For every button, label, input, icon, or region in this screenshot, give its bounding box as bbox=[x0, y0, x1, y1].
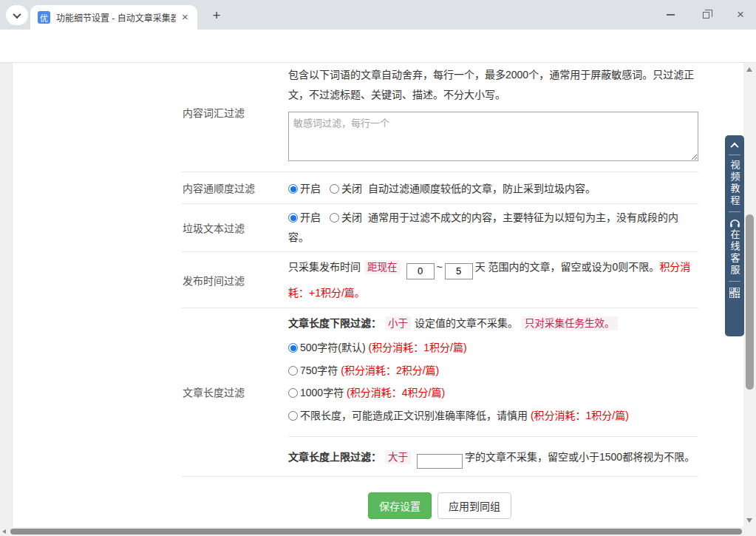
junk-on-label[interactable]: 开启 bbox=[300, 211, 321, 223]
widget-divider bbox=[729, 211, 740, 212]
close-icon: × bbox=[737, 9, 744, 21]
junk-on-radio[interactable] bbox=[288, 213, 298, 223]
fluency-off-radio[interactable] bbox=[330, 184, 339, 194]
tab-close-button[interactable]: × bbox=[179, 11, 191, 24]
fluency-on-radio[interactable] bbox=[288, 184, 298, 194]
video-tutorial-link[interactable]: 视频教程 bbox=[730, 160, 740, 207]
max-length-input[interactable] bbox=[417, 454, 463, 469]
lower-limit-note: 只对采集任务生效。 bbox=[522, 316, 618, 330]
browser-toolbar: ← → ucaiyun.com/caiji/settings/ ☆ 井 ⋮ bbox=[0, 30, 756, 63]
length-option-unlimited[interactable]: 不限长度，可能造成正文识别准确率降低，请慎用 (积分消耗：1积分/篇) bbox=[288, 404, 698, 427]
online-service-link[interactable]: 在线客服 bbox=[730, 229, 740, 277]
junk-off-label[interactable]: 关闭 bbox=[341, 211, 362, 223]
vertical-scroll-thumb[interactable] bbox=[746, 214, 754, 390]
apply-group-button[interactable]: 应用到同组 bbox=[437, 492, 511, 519]
floating-widget: 视频教程 在线客服 bbox=[725, 135, 744, 336]
restore-button[interactable] bbox=[690, 0, 721, 30]
length-750-label: 750字符 bbox=[300, 364, 338, 376]
days-from-input[interactable] bbox=[406, 263, 435, 279]
vertical-scrollbar[interactable] bbox=[743, 63, 756, 527]
field-label-fluency: 内容通顺度过滤 bbox=[181, 180, 288, 195]
length-1000-radio[interactable] bbox=[288, 388, 298, 398]
close-window-button[interactable]: × bbox=[725, 0, 756, 30]
length-option-500[interactable]: 500字符(默认) (积分消耗：1积分/篇) bbox=[288, 336, 698, 359]
new-tab-button[interactable]: + bbox=[208, 7, 225, 24]
horizontal-scroll-thumb[interactable] bbox=[10, 529, 742, 535]
field-label-vocab: 内容词汇过滤 bbox=[181, 63, 288, 172]
tilde-separator: ~ bbox=[437, 261, 443, 273]
field-label-pubtime: 发布时间过滤 bbox=[181, 273, 288, 288]
scroll-up-arrow[interactable] bbox=[746, 67, 752, 72]
chevron-up-icon[interactable] bbox=[730, 143, 738, 151]
sensitive-words-textarea[interactable] bbox=[288, 112, 698, 161]
length-500-label: 500字符(默认) bbox=[300, 342, 366, 353]
qr-code-icon[interactable] bbox=[729, 288, 740, 298]
upper-limit-heading: 文章长度上限过滤： bbox=[288, 451, 381, 463]
save-button[interactable]: 保存设置 bbox=[368, 492, 432, 519]
upper-limit-tag: 大于 bbox=[385, 450, 411, 464]
headset-icon bbox=[729, 218, 740, 228]
upper-limit-rest: 字的文章不采集，留空或小于1500都将视为不限。 bbox=[465, 451, 695, 463]
pubtime-text-2: 天 范围内的文章，留空或设为0则不限。 bbox=[475, 261, 660, 273]
length-500-radio[interactable] bbox=[288, 343, 298, 353]
minimize-icon bbox=[667, 14, 675, 15]
lower-limit-heading: 文章长度下限过滤： bbox=[288, 317, 381, 329]
length-750-radio[interactable] bbox=[288, 366, 298, 376]
page-viewport: 内容词汇过滤 包含以下词语的文章自动舍弃，每行一个，最多2000个，通常用于屏蔽… bbox=[0, 63, 756, 527]
row-junk-filter: 垃圾文本过滤 开启关闭通常用于过滤不成文的内容，主要特征为以短句为主，没有成段的… bbox=[181, 204, 698, 252]
fluency-off-label[interactable]: 关闭 bbox=[341, 183, 362, 194]
restore-icon bbox=[703, 12, 709, 18]
pubtime-tag: 距现在 bbox=[364, 260, 401, 274]
horizontal-scrollbar[interactable] bbox=[0, 527, 756, 536]
field-label-junk: 垃圾文本过滤 bbox=[181, 220, 288, 235]
row-content-vocab-filter: 内容词汇过滤 包含以下词语的文章自动舍弃，每行一个，最多2000个，通常用于屏蔽… bbox=[181, 63, 698, 172]
length-unlimited-label: 不限长度，可能造成正文识别准确率降低，请慎用 bbox=[300, 410, 528, 421]
scrollbar-corner bbox=[743, 527, 756, 536]
length-option-1000[interactable]: 1000字符 (积分消耗：4积分/篇) bbox=[288, 381, 698, 404]
scroll-down-arrow[interactable] bbox=[746, 518, 752, 523]
length-1000-label: 1000字符 bbox=[300, 387, 344, 398]
junk-off-radio[interactable] bbox=[330, 213, 339, 223]
widget-divider bbox=[729, 155, 740, 155]
actions-row: 保存设置应用到同组 bbox=[181, 477, 698, 528]
row-fluency-filter: 内容通顺度过滤 开启关闭自动过滤通顺度较低的文章，防止采到垃圾内容。 bbox=[181, 172, 698, 204]
row-pubtime-filter: 发布时间过滤 只采集发布时间距现在~天 范围内的文章，留空或设为0则不限。积分消… bbox=[181, 252, 698, 308]
field-label-length: 文章长度过滤 bbox=[181, 384, 288, 399]
length-unlimited-cost: (积分消耗：1积分/篇) bbox=[531, 410, 629, 421]
tab-title: 功能细节设置 - 自动文章采集器 bbox=[56, 11, 176, 24]
vocab-description: 包含以下词语的文章自动舍弃，每行一个，最多2000个，通常用于屏蔽敏感词。只过滤… bbox=[288, 65, 698, 105]
fluency-on-label[interactable]: 开启 bbox=[300, 183, 321, 194]
chevron-down-icon bbox=[13, 10, 21, 18]
fluency-description: 自动过滤通顺度较低的文章，防止采到垃圾内容。 bbox=[368, 183, 596, 194]
row-length-filter: 文章长度过滤 文章长度下限过滤：小于设定值的文章不采集。只对采集任务生效。 50… bbox=[181, 308, 698, 477]
length-500-cost: (积分消耗：1积分/篇) bbox=[369, 342, 467, 353]
site-favicon: 优 bbox=[38, 11, 50, 24]
lower-limit-tag: 小于 bbox=[385, 316, 411, 330]
pubtime-text-1: 只采集发布时间 bbox=[288, 261, 361, 273]
tab-strip: 优 功能细节设置 - 自动文章采集器 × + × bbox=[0, 0, 756, 30]
content-card: 内容词汇过滤 包含以下词语的文章自动舍弃，每行一个，最多2000个，通常用于屏蔽… bbox=[12, 63, 743, 527]
minimize-button[interactable] bbox=[655, 0, 686, 30]
lower-limit-rest: 设定值的文章不采集。 bbox=[415, 317, 518, 329]
length-1000-cost: (积分消耗：4积分/篇) bbox=[347, 387, 445, 398]
length-unlimited-radio[interactable] bbox=[288, 411, 298, 421]
settings-form: 内容词汇过滤 包含以下词语的文章自动舍弃，每行一个，最多2000个，通常用于屏蔽… bbox=[181, 63, 698, 527]
scroll-left-arrow[interactable] bbox=[2, 529, 6, 534]
tab-search-button[interactable] bbox=[6, 5, 28, 25]
length-750-cost: (积分消耗：2积分/篇) bbox=[341, 364, 439, 376]
browser-tab[interactable]: 优 功能细节设置 - 自动文章采集器 × bbox=[30, 5, 197, 30]
widget-divider bbox=[729, 281, 740, 282]
days-to-input[interactable] bbox=[445, 263, 473, 279]
length-option-750[interactable]: 750字符 (积分消耗：2积分/篇) bbox=[288, 359, 698, 382]
